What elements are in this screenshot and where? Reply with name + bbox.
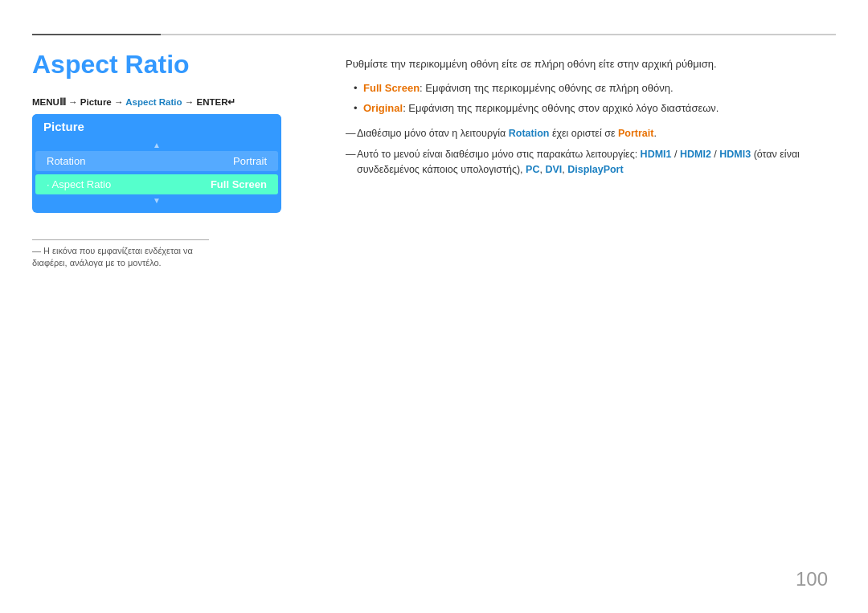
note1-prefix: Διαθέσιμο μόνο όταν η λειτουργία: [357, 128, 509, 139]
aspect-ratio-row-label: Aspect Ratio: [47, 178, 111, 190]
sep1: /: [672, 149, 680, 160]
arrow-1: →: [68, 97, 80, 107]
note-rotation: Διαθέσιμο μόνο όταν η λειτουργία Rotatio…: [346, 126, 836, 141]
menu-icon: Ⅲ: [59, 97, 66, 107]
original-text: : Εμφάνιση της περικομμένης οθόνης στον …: [403, 102, 719, 114]
menu-path: MENUⅢ → Picture → Aspect Ratio → ENTER↵: [32, 96, 235, 108]
hdmi2-highlight: HDMI2: [680, 149, 711, 160]
page-number: 100: [796, 568, 828, 591]
note1-middle: έχει οριστεί σε: [549, 128, 618, 139]
intro-text: Ρυθμίστε την περικομμένη οθόνη είτε σε π…: [346, 56, 836, 72]
hdmi1-highlight: HDMI1: [641, 149, 672, 160]
page-title: Aspect Ratio: [32, 50, 190, 80]
footnote-section: ― Η εικόνα που εμφανίζεται ενδέχεται να …: [32, 239, 209, 270]
pc-highlight: PC: [526, 164, 539, 175]
rotation-label: Rotation: [47, 155, 85, 167]
fullscreen-text: : Εμφάνιση της περικομμένης οθόνης σε πλ…: [420, 82, 674, 94]
aspect-ratio-row: Aspect Ratio Full Screen: [35, 174, 278, 194]
menu-prefix: MENU: [32, 97, 59, 107]
picture-label: Picture: [80, 97, 112, 107]
displayport-highlight: DisplayPort: [567, 164, 623, 175]
note1-suffix: .: [653, 128, 656, 139]
bullet-fullscreen: Full Screen: Εμφάνιση της περικομμένης ο…: [354, 80, 836, 96]
original-highlight: Original: [363, 102, 403, 114]
aspect-ratio-row-value: Full Screen: [211, 178, 267, 190]
portrait-highlight: Portrait: [618, 128, 653, 139]
sep2: /: [711, 149, 719, 160]
bullet-original: Original: Εμφάνιση της περικομμένης οθόν…: [354, 100, 836, 116]
dvi-highlight: DVI: [545, 164, 562, 175]
rotation-note-highlight: Rotation: [509, 128, 550, 139]
arrow-3: →: [185, 97, 197, 107]
note2-prefix: Αυτό το μενού είναι διαθέσιμο μόνο στις …: [357, 149, 641, 160]
picture-menu-box: Picture ▲ Rotation Portrait Aspect Ratio…: [32, 114, 281, 213]
enter-label: ENTER: [196, 97, 227, 107]
enter-icon: ↵: [227, 97, 235, 107]
picture-header: Picture: [32, 114, 281, 139]
footnote-text: ― Η εικόνα που εμφανίζεται ενδέχεται να …: [32, 245, 209, 270]
aspect-ratio-label: Aspect Ratio: [125, 97, 182, 107]
arrow-up-icon: ▲: [32, 139, 281, 151]
arrow-down-icon: ▼: [32, 194, 281, 206]
rotation-row: Rotation Portrait: [35, 151, 278, 171]
right-column: Ρυθμίστε την περικομμένη οθόνη είτε σε π…: [346, 56, 836, 184]
arrow-2: →: [114, 97, 125, 107]
bullet-list: Full Screen: Εμφάνιση της περικομμένης ο…: [346, 80, 836, 116]
fullscreen-highlight: Full Screen: [363, 82, 420, 94]
hdmi3-highlight: HDMI3: [719, 149, 751, 160]
rotation-value: Portrait: [233, 155, 267, 167]
top-divider: [32, 34, 836, 35]
note-availability: Αυτό το μενού είναι διαθέσιμο μόνο στις …: [346, 147, 836, 178]
